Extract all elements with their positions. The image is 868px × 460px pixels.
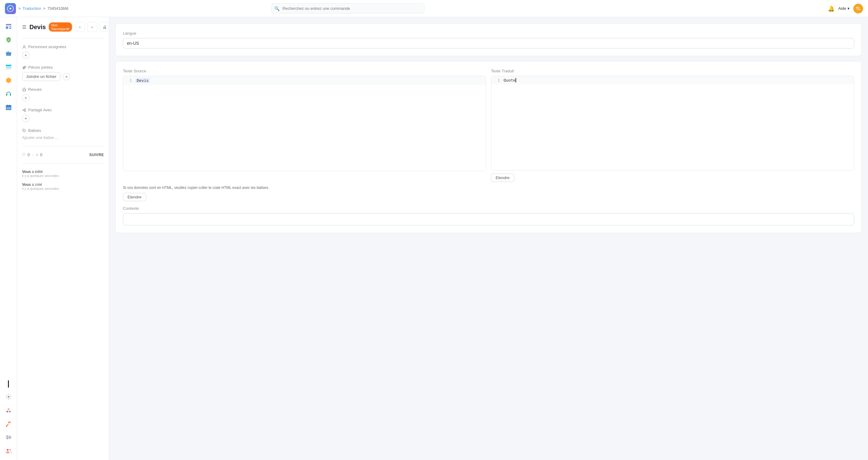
shared-section: Partagé Avec + [22, 108, 104, 122]
add-review-button[interactable]: + [22, 94, 29, 102]
logo-icon [5, 3, 16, 14]
svg-point-25 [7, 435, 8, 437]
hamburger-icon[interactable]: ☰ [22, 24, 26, 30]
breadcrumb-id: 7345410bfd [47, 6, 68, 11]
svg-rect-18 [8, 108, 9, 109]
translated-line-content[interactable]: Quote [503, 78, 516, 83]
source-line-content: Devis [135, 78, 150, 83]
attachments-section: Pièces jointes Joindre un fichier + [22, 65, 104, 81]
svg-point-43 [23, 130, 24, 130]
svg-rect-4 [9, 28, 11, 29]
left-sidebar [0, 17, 17, 460]
contexte-label: Contexte [123, 206, 854, 211]
svg-point-38 [23, 110, 24, 111]
print-button[interactable]: 🖨 [100, 22, 109, 32]
translation-card: Texte Source 1 Devis Texte Tra [115, 61, 862, 233]
contexte-input[interactable] [123, 213, 854, 225]
sidebar-item-briefcase[interactable] [3, 48, 14, 59]
svg-rect-12 [10, 94, 11, 96]
svg-point-35 [9, 449, 11, 451]
sidebar-item-layers[interactable] [3, 61, 14, 73]
search-input[interactable] [271, 3, 425, 13]
divider-2 [22, 146, 104, 146]
svg-point-34 [7, 449, 8, 451]
aide-button[interactable]: Aide ▾ [838, 6, 849, 11]
activity-create-time: il y a quelques secondes [22, 187, 104, 191]
svg-rect-2 [6, 26, 8, 29]
search-icon: 🔍 [274, 6, 280, 11]
search-bar: 🔍 [271, 3, 425, 13]
svg-point-22 [8, 408, 9, 410]
translated-editor-body[interactable] [491, 84, 854, 170]
breadcrumb-traduction[interactable]: Traduction [23, 6, 41, 11]
svg-line-41 [24, 110, 25, 110]
sidebar-item-headset[interactable] [3, 88, 14, 99]
main-content: Langue Texte Source 1 Devis [109, 17, 868, 460]
svg-point-26 [9, 437, 10, 438]
sidebar-item-calendar[interactable] [3, 102, 14, 113]
status-badge: Non Sauvegardé [49, 22, 72, 32]
svg-rect-3 [9, 26, 11, 27]
svg-marker-10 [6, 78, 11, 83]
etendre-translated-button[interactable]: Etendre [491, 174, 514, 182]
reviews-section: Revues + [22, 87, 104, 102]
langue-input[interactable] [123, 38, 854, 49]
divider-3 [22, 163, 104, 164]
comment-icon: ○ [36, 152, 38, 157]
sidebar-item-settings[interactable] [3, 391, 14, 402]
add-shared-button[interactable]: + [22, 115, 29, 122]
add-attachment-button[interactable]: + [63, 73, 70, 80]
attach-label: Joindre un fichier [26, 74, 56, 79]
translated-line-num: 1 [495, 78, 500, 83]
svg-point-40 [25, 110, 26, 112]
next-button[interactable]: › [87, 22, 97, 32]
dot-separator: · [32, 152, 33, 157]
divider-1 [22, 38, 104, 38]
info-text: Si vos données sont en HTML, veuillez co… [123, 185, 854, 190]
translation-grid: Texte Source 1 Devis Texte Tra [123, 69, 854, 182]
shared-label: Partagé Avec [22, 108, 104, 112]
svg-marker-37 [22, 88, 26, 91]
attach-file-button[interactable]: Joindre un fichier [22, 72, 60, 81]
langue-card: Langue [115, 23, 862, 56]
header-actions: ‹ › 🖨 ••• Enregistrer [75, 22, 109, 32]
source-editor-body[interactable] [123, 85, 486, 171]
follow-row: ♡ 0 · ○ 0 SUIVRE [22, 152, 104, 157]
activity-edit: Vous a édité il y a quelques secondes [22, 170, 104, 178]
avatar[interactable]: TL [853, 4, 863, 13]
sidebar-item-hexagon[interactable] [3, 75, 14, 86]
activity-section: Vous a édité il y a quelques secondes Vo… [22, 170, 104, 191]
sidebar-item-shield[interactable] [3, 34, 14, 46]
source-line-num: 1 [127, 78, 132, 83]
add-assigned-button[interactable]: + [22, 52, 29, 59]
svg-rect-6 [6, 52, 11, 53]
content-area: ☰ Devis Non Sauvegardé ‹ › 🖨 ••• Enregis… [17, 17, 868, 460]
sidebar-item-sliders[interactable] [3, 432, 14, 443]
sidebar-item-paint[interactable] [3, 405, 14, 416]
etendre-source-button[interactable]: Etendre [123, 193, 146, 201]
notification-bell-icon[interactable]: 🔔 [828, 5, 835, 12]
sidebar-item-users[interactable] [3, 445, 14, 456]
sidebar-item-tools[interactable] [3, 418, 14, 429]
reviews-label: Revues [22, 87, 104, 92]
svg-point-39 [25, 109, 26, 110]
svg-rect-15 [7, 105, 8, 106]
follow-button[interactable]: SUIVRE [89, 153, 104, 157]
svg-line-42 [24, 110, 25, 111]
breadcrumb-sep1: > [19, 6, 21, 11]
add-tag-input[interactable]: Ajouter une balise ... [22, 135, 104, 140]
source-editor: 1 Devis [123, 76, 486, 171]
prev-button[interactable]: ‹ [75, 22, 85, 32]
sidebar-item-clock[interactable] [3, 21, 14, 32]
aide-chevron-icon: ▾ [847, 6, 849, 11]
breadcrumb: > Traduction > 7345410bfd [19, 6, 68, 11]
translated-panel: Texte Traduit 1 Quote Etendre [491, 69, 854, 182]
svg-point-21 [6, 411, 8, 412]
source-panel: Texte Source 1 Devis [123, 69, 486, 182]
top-bar: > Traduction > 7345410bfd 🔍 🔔 Aide ▾ TL [0, 0, 868, 17]
translated-editor: 1 Quote [491, 76, 854, 171]
source-label: Texte Source [123, 69, 486, 73]
active-indicator [8, 380, 9, 387]
source-line-1: 1 Devis [123, 76, 486, 85]
breadcrumb-sep2: > [43, 6, 46, 11]
